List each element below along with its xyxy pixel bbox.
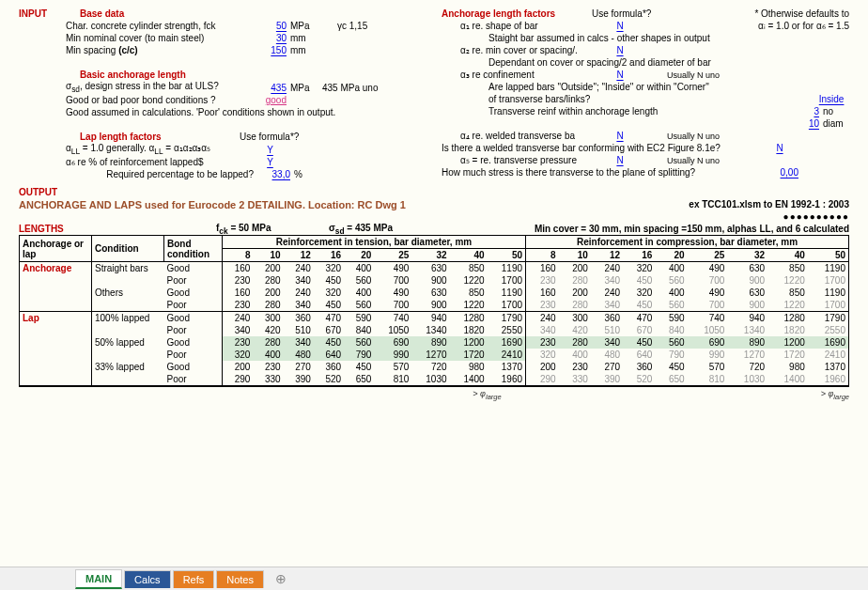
gamma-c: γc 1,15 — [337, 21, 367, 31]
tension-cell: 630 — [411, 287, 449, 299]
tab-calcs[interactable]: Calcs — [124, 570, 171, 588]
compression-cell: 1690 — [808, 336, 849, 349]
alpha3-usual: Usually N uno — [667, 70, 720, 80]
group-cell — [20, 373, 92, 386]
compression-cell: 2410 — [808, 349, 849, 361]
stress-input[interactable]: 0,00 — [770, 167, 798, 178]
compression-cell: 1220 — [767, 274, 808, 287]
compression-cell: 1340 — [727, 324, 767, 336]
sheet-tabs: MAIN Calcs Refs Notes ⊕ — [0, 567, 868, 590]
compression-cell: 200 — [559, 287, 591, 299]
tension-cell: 450 — [344, 361, 374, 373]
alpha1-input[interactable]: N — [611, 21, 629, 31]
tension-cell: 1790 — [488, 312, 526, 325]
compression-cell: 400 — [655, 287, 687, 299]
sigma-sd-input[interactable]: 435 — [254, 83, 287, 93]
spacing-input[interactable]: 150 — [254, 45, 287, 55]
pct-lapped-unit: % — [294, 169, 322, 179]
pct-lapped-input[interactable]: 33,0 — [257, 169, 290, 179]
tension-cell: 280 — [253, 299, 283, 312]
tension-cell: 1400 — [450, 373, 488, 386]
compression-cell: 1960 — [808, 373, 849, 386]
compression-cell: 890 — [727, 336, 767, 349]
trans-diam-input[interactable]: 10 — [800, 118, 819, 129]
compression-cell: 200 — [559, 262, 591, 275]
welded-input[interactable]: N — [770, 143, 789, 153]
table-row: 33% lappedGood20023027036045057072098013… — [20, 361, 849, 373]
compression-cell: 2550 — [808, 324, 849, 336]
tension-cell: 200 — [253, 287, 283, 299]
alpha3-input[interactable]: N — [611, 70, 629, 80]
output-heading: OUTPUT — [19, 187, 57, 197]
compression-cell: 1050 — [688, 324, 728, 336]
tension-cell: 360 — [284, 312, 314, 325]
compression-cell: 940 — [727, 312, 767, 325]
tension-cell: 850 — [450, 287, 488, 299]
compression-cell: 270 — [591, 361, 623, 373]
tab-main[interactable]: MAIN — [75, 569, 122, 589]
compression-cell: 280 — [559, 299, 591, 312]
compression-cell: 560 — [655, 336, 687, 349]
diam-header: 50 — [808, 249, 849, 262]
tension-cell: 890 — [411, 336, 449, 349]
tension-cell: 560 — [344, 299, 374, 312]
tab-add[interactable]: ⊕ — [266, 570, 296, 587]
trans-no-input[interactable]: 3 — [800, 106, 819, 116]
compression-cell: 670 — [623, 324, 655, 336]
alpha6-input[interactable]: Y — [254, 157, 287, 167]
lengths-table: Anchorage or lap Condition Bond conditio… — [19, 235, 849, 387]
alpha6-label: α₆ re % of reinforcement lapped$ — [66, 157, 254, 167]
alpha-ll-input[interactable]: Y — [254, 145, 287, 155]
dots-indicator: ●●●●●●●●●● — [783, 211, 849, 222]
tension-cell: 2550 — [488, 324, 526, 336]
alpha4-input[interactable]: N — [611, 131, 629, 141]
compression-cell: 510 — [591, 324, 623, 336]
compression-cell: 630 — [727, 287, 767, 299]
tension-cell: 450 — [314, 336, 344, 349]
compression-cell: 690 — [688, 336, 728, 349]
tab-refs[interactable]: Refs — [173, 570, 215, 588]
bond-cell: Poor — [164, 299, 223, 312]
cover-input[interactable]: 30 — [254, 33, 287, 43]
group-cell: Lap — [20, 312, 92, 325]
compression-cell: 240 — [591, 287, 623, 299]
alpha2-input[interactable]: N — [611, 45, 629, 55]
tension-cell: 560 — [344, 274, 374, 287]
diam-header: 32 — [727, 249, 767, 262]
alpha5-input[interactable]: N — [611, 155, 629, 165]
tension-cell: 450 — [314, 274, 344, 287]
bond-note: Good assumed in calculations. 'Poor' con… — [66, 107, 335, 117]
diam-header: 16 — [623, 249, 655, 262]
condition-cell: 100% lapped — [92, 312, 164, 325]
table-row: AnchorageStraight barsGood16020024032040… — [20, 262, 849, 275]
alpha2-label: α₂ re. min cover or spacing/. — [460, 45, 611, 55]
alpha-ll-label: αLL = 1.0 generally. αLL = α₁α₂α₃α₅ — [66, 143, 254, 156]
col-bond: Bond condition — [164, 236, 223, 262]
fck-input[interactable]: 50 — [254, 21, 287, 31]
bond-cell: Good — [164, 262, 223, 275]
tension-cell: 840 — [344, 324, 374, 336]
tab-notes[interactable]: Notes — [216, 570, 264, 588]
tension-cell: 390 — [284, 373, 314, 386]
compression-cell: 330 — [559, 373, 591, 386]
compression-cell: 1820 — [767, 324, 808, 336]
tension-cell: 490 — [374, 287, 411, 299]
tension-cell: 1280 — [450, 312, 488, 325]
tension-cell: 230 — [253, 361, 283, 373]
lapped-bars-input[interactable]: Inside — [819, 94, 845, 104]
tension-cell: 850 — [450, 262, 488, 275]
straight-note: Staight bar assumed in calcs - other sha… — [488, 33, 710, 43]
group-cell — [20, 324, 92, 336]
bond-input[interactable]: good — [254, 95, 287, 105]
compression-cell: 320 — [526, 349, 559, 361]
lap-factors-heading: Lap length factors — [80, 132, 240, 142]
tension-cell: 590 — [344, 312, 374, 325]
table-row: Lap100% lappedGood2403003604705907409401… — [20, 312, 849, 325]
tension-cell: 990 — [374, 349, 411, 361]
bond-cell: Good — [164, 287, 223, 299]
trans-reinf-label: Transverse reinf within anchorage length — [488, 106, 733, 116]
ex-ref: ex TCC101.xlsm to EN 1992-1 : 2003 — [689, 199, 849, 210]
anchorage-factors-heading: Anchorage length factors — [442, 8, 592, 19]
tension-cell: 160 — [223, 287, 254, 299]
compression-cell: 480 — [591, 349, 623, 361]
